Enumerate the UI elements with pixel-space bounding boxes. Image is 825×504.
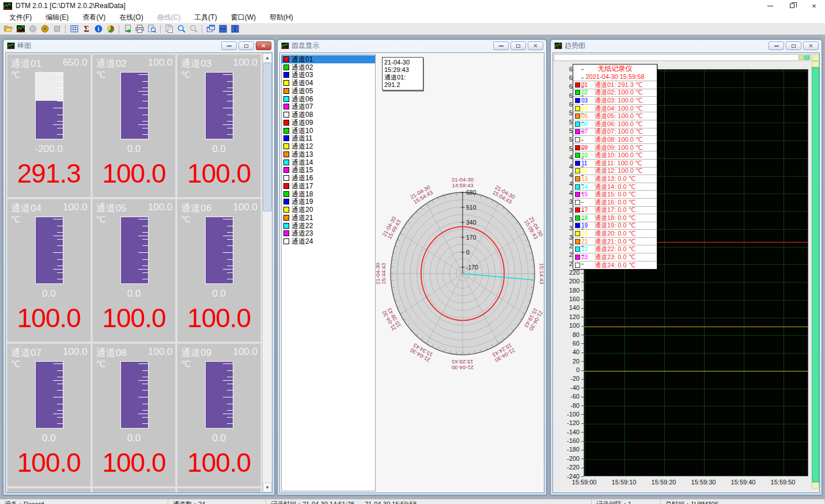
bar-window-client: 通道01650.0℃-200.0291.3通道02100.0℃0.0100.0通… [5,52,273,493]
channel-list-item[interactable]: 通道07 [282,103,375,111]
vscroll-top-box[interactable] [812,61,819,67]
channel-list-item[interactable]: 通道11 [282,135,375,143]
tile-horizontal-icon[interactable] [217,24,229,35]
bar-channel-name: 通道12 [181,491,211,492]
bar-min-value: 0.0 [93,288,176,300]
channel-list-item[interactable]: 通道13 [282,150,375,158]
disk-maximize-button[interactable] [510,41,526,50]
channel-list-item[interactable]: 通道08 [282,111,375,119]
menu-item[interactable]: 窗口(W) [224,12,263,23]
channel-list[interactable]: 通道01通道02通道03通道04通道05通道06通道07通道08通道09通道10… [281,54,376,491]
data-table-icon[interactable] [68,24,80,35]
hscroll-thumb-box[interactable] [798,55,804,60]
menu-item[interactable]: 在线(O) [112,12,150,23]
bar-gauge-cell: 通道03100.0℃0.0100.0 [177,54,261,198]
menu-item[interactable]: 帮助(H) [263,12,300,23]
trend-horizontal-scrollbar[interactable] [554,54,811,61]
y-axis-tick-label: -160 [554,438,580,444]
disk-close-button[interactable]: ✕ [528,41,543,50]
channel-list-item[interactable]: 通道16 [282,174,375,182]
channel-list-item[interactable]: 通道22 [282,222,375,230]
trend-vertical-scrollbar[interactable] [812,61,819,488]
print-preview-icon[interactable] [146,24,158,35]
y-axis-tick [581,317,584,317]
disk-minimize-button[interactable] [493,41,509,50]
channel-list-item[interactable]: 通道04 [282,79,375,87]
bar-current-value: 100.0 [7,447,90,478]
bar-minimize-button[interactable] [221,41,237,50]
vscroll-bottom-box[interactable] [812,482,819,488]
mdi-workspace: 棒图 ✕ 通道01650.0℃-200.0291.3通道02100.0℃0.01… [0,35,825,499]
channel-list-item[interactable]: 通道12 [282,142,375,150]
channel-list-item[interactable]: 通道09 [282,119,375,127]
scroll-down-arrow-icon[interactable]: ▼ [263,483,272,492]
scroll-track[interactable] [263,63,272,483]
record-active-icon[interactable] [39,24,51,35]
window-restore-button[interactable] [781,0,803,12]
trend-chart-window: 趋势图 ✕ 6806606406206005805605405205004804… [550,39,822,495]
channel-label: 通道14 [292,159,313,166]
info-icon[interactable]: i [92,24,104,35]
channel-list-item[interactable]: 通道19 [282,198,375,206]
bar-window-titlebar[interactable]: 棒图 ✕ [3,40,274,52]
menu-item[interactable]: 文件(F) [2,12,39,23]
trend-maximize-button[interactable] [786,41,801,50]
zoom-icon[interactable] [175,24,187,35]
hscroll-thumb-box[interactable] [804,55,809,60]
print-icon[interactable] [134,24,146,35]
bar-maximize-button[interactable] [239,41,254,50]
pie-chart-icon[interactable] [104,24,116,35]
channel-list-item[interactable]: 通道18 [282,190,375,198]
bar-channel-name: 通道08 [96,346,127,359]
disk-window-titlebar[interactable]: 圆盘显示 ✕ [278,40,546,52]
trend-minimize-button[interactable] [769,41,784,50]
record-disabled-icon[interactable] [27,24,39,35]
bar-gauge-cell: 通道01650.0℃-200.0291.3 [7,54,91,198]
svg-text:Σ: Σ [84,25,89,33]
y-axis-tick-label: 80 [554,332,580,338]
tile-vertical-icon[interactable] [229,24,241,35]
trend-close-button[interactable]: ✕ [803,41,819,50]
window-minimize-button[interactable] [759,0,781,12]
menu-item[interactable]: 工具(T) [187,12,224,23]
bar-channel-name: 通道10 [11,491,41,492]
stop-disabled-icon[interactable] [51,24,63,35]
channel-list-item[interactable]: 通道03 [282,71,375,79]
legend-row: 02通道02: 100.0 ℃ [573,89,657,97]
export-file-icon[interactable] [122,24,134,35]
channel-list-item[interactable]: 通道21 [282,214,375,222]
vscroll-track[interactable] [812,67,819,482]
realtime-data-icon[interactable] [14,24,27,35]
x-axis-tick-label: 15:59:20 [652,479,676,486]
channel-list-item[interactable]: 通道20 [282,206,375,214]
window-close-button[interactable]: × [803,0,825,12]
channel-list-item[interactable]: 通道05 [282,87,375,95]
statistics-sigma-icon[interactable]: Σ [80,24,92,35]
channel-list-item[interactable]: 通道06 [282,95,375,103]
trend-window-titlebar[interactable]: 趋势图 ✕ [551,40,822,52]
channel-list-item[interactable]: 通道17 [282,182,375,190]
y-axis-tick [581,246,584,247]
legend-channel-value: 通道10: 100.0 ℃ [595,151,642,160]
menu-item[interactable]: 编辑(E) [39,12,75,23]
menu-item[interactable]: 曲线(C) [150,12,188,23]
open-file-icon[interactable] [2,24,14,35]
channel-list-item[interactable]: 通道01 [282,55,375,63]
zoom-disabled-icon[interactable] [187,24,199,35]
channel-list-item[interactable]: 通道02 [282,63,375,71]
copy-icon[interactable] [163,24,175,35]
main-titlebar: DTM 2.0.1 [C:\DTM 2.0.2\RealData] × [0,0,825,12]
channel-list-item[interactable]: 通道15 [282,166,375,175]
menu-item[interactable]: 查看(V) [75,12,112,23]
channel-list-item[interactable]: 通道24 [282,237,375,245]
scroll-up-arrow-icon[interactable]: ▲ [263,53,272,63]
channel-list-item[interactable]: 通道14 [282,158,375,166]
legend-channel-value: 通道04: 100.0 ℃ [595,105,642,113]
bar-close-button[interactable]: ✕ [256,41,271,50]
scroll-thumb[interactable] [263,63,272,211]
channel-list-item[interactable]: 通道23 [282,230,375,238]
bar-vertical-scrollbar[interactable]: ▲ ▼ [262,53,272,492]
y-axis-tick-label: -140 [554,429,580,435]
cascade-windows-icon[interactable] [205,24,217,35]
channel-list-item[interactable]: 通道10 [282,127,375,135]
